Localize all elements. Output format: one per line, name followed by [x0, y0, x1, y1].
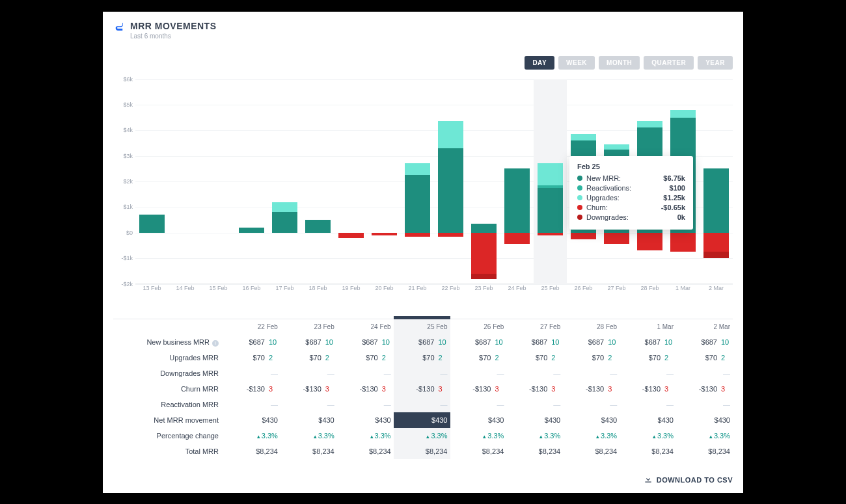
table-column-header: 25 Feb [394, 319, 450, 334]
tooltip-value: -$0.65k [661, 204, 685, 211]
table-cell: -$1303 [280, 381, 337, 397]
bar-column[interactable] [202, 79, 235, 284]
table-row-label: Upgrades MRR [113, 350, 224, 365]
time-range-day[interactable]: DAY [525, 56, 554, 70]
info-icon[interactable]: i [212, 340, 219, 347]
bar-segment-churn [338, 233, 364, 238]
tooltip-row: Downgrades:0k [577, 213, 685, 221]
table-row-label: Downgrades MRR [113, 365, 224, 381]
table-cell: — [224, 397, 280, 412]
table-cell: $8,234 [337, 444, 394, 459]
bar-column[interactable] [534, 79, 567, 284]
tooltip-label: Upgrades: [586, 194, 659, 202]
table-cell: $702 [676, 350, 733, 365]
table-column-header: 24 Feb [337, 319, 394, 334]
time-range-week[interactable]: WEEK [558, 56, 595, 70]
table-cell: $68710 [620, 334, 676, 350]
x-axis-label: 23 Feb [474, 285, 493, 291]
table-cell: $702 [506, 350, 563, 365]
bar-segment-new_mrr [538, 188, 563, 233]
table-row: Reactivation MRR————————— [113, 397, 733, 412]
bar-column[interactable] [401, 79, 434, 284]
tooltip-label: Churn: [586, 204, 657, 211]
bar-column[interactable] [169, 79, 202, 284]
table-cell: -$1303 [394, 381, 450, 397]
time-range-quarter[interactable]: QUARTER [644, 56, 694, 70]
table-cell: $68710 [394, 334, 450, 350]
tooltip-value: $100 [670, 184, 685, 192]
bar-column[interactable] [500, 79, 534, 284]
table-row-label: Percentage change [113, 428, 224, 444]
logo-icon [113, 21, 125, 33]
bar-column[interactable] [135, 79, 169, 284]
chart-x-axis: 13 Feb14 Feb15 Feb16 Feb17 Feb18 Feb19 F… [135, 285, 733, 298]
table-cell: $702 [450, 350, 507, 365]
table-cell: -$1303 [563, 381, 620, 397]
x-axis-label: 28 Feb [640, 285, 659, 291]
table-cell: $430 [506, 412, 563, 428]
bar-column[interactable] [268, 79, 301, 284]
table-cell: 3.3% [563, 428, 620, 444]
panel-header: MRR MOVEMENTS Last 6 months [113, 21, 733, 40]
y-axis-label: $2k [113, 178, 133, 185]
table-cell: $430 [394, 412, 450, 428]
bar-segment-upgrades [538, 163, 563, 185]
table-cell: $68710 [676, 334, 733, 350]
tooltip-title: Feb 25 [577, 163, 685, 170]
download-csv-button[interactable]: DOWNLOAD TO CSV [644, 475, 733, 485]
table-cell: $702 [280, 350, 337, 365]
bar-segment-new_mrr [471, 224, 497, 233]
bar-segment-churn [538, 233, 563, 235]
time-range-selector: DAYWEEKMONTHQUARTERYEAR [525, 56, 733, 70]
dashboard-panel: MRR MOVEMENTS Last 6 months DAYWEEKMONTH… [103, 12, 743, 493]
table-cell: $8,234 [280, 444, 337, 459]
table-cell: — [676, 365, 733, 381]
table-column-header: 1 Mar [620, 319, 676, 334]
bar-column[interactable] [334, 79, 368, 284]
table-row: Downgrades MRR————————— [113, 365, 733, 381]
bar-segment-churn [571, 233, 596, 239]
table-cell: — [450, 365, 507, 381]
table-cell: $8,234 [620, 444, 676, 459]
bar-segment-new_mrr [239, 228, 264, 233]
table-cell: — [337, 365, 394, 381]
table-cell: $702 [563, 350, 620, 365]
table-row: New business MRRi$68710$68710$68710$6871… [113, 334, 733, 350]
tooltip-label: Downgrades: [586, 213, 674, 221]
table-cell: $8,234 [450, 444, 507, 459]
table-cell: $68710 [280, 334, 337, 350]
chart-tooltip: Feb 25 New MRR:$6.75kReactivations:$100U… [569, 156, 693, 230]
tooltip-label: New MRR: [586, 174, 659, 182]
time-range-year[interactable]: YEAR [698, 56, 733, 70]
x-axis-label: 20 Feb [375, 285, 393, 291]
bar-column[interactable] [368, 79, 401, 284]
y-axis-label: $4k [113, 127, 133, 133]
table-cell: $702 [224, 350, 280, 365]
table-row-label: New business MRRi [113, 334, 224, 350]
download-label: DOWNLOAD TO CSV [657, 476, 733, 484]
table-cell: $702 [394, 350, 450, 365]
table-row: Churn MRR-$1303-$1303-$1303-$1303-$1303-… [113, 381, 733, 397]
bar-column[interactable] [301, 79, 334, 284]
bar-segment-churn [405, 233, 430, 237]
bar-column[interactable] [467, 79, 500, 284]
tooltip-value: 0k [677, 213, 685, 221]
table-cell: $8,234 [676, 444, 733, 459]
bar-segment-new_mrr [139, 215, 165, 233]
x-axis-label: 16 Feb [242, 285, 260, 291]
x-axis-label: 19 Feb [342, 285, 360, 291]
bar-column[interactable] [434, 79, 467, 284]
bar-column[interactable] [700, 79, 733, 284]
chart-area: -$2k-$1k$0$1k$2k$3k$4k$5k$6k 13 Feb14 Fe… [113, 79, 733, 298]
bar-segment-reactivations [538, 185, 563, 188]
table-cell: -$1303 [676, 381, 733, 397]
table-cell: — [620, 365, 676, 381]
table-cell: 3.3% [280, 428, 337, 444]
table-cell: $68710 [224, 334, 280, 350]
table-cell: $8,234 [506, 444, 563, 459]
y-axis-label: $3k [113, 153, 133, 159]
table-cell: — [280, 397, 337, 412]
time-range-month[interactable]: MONTH [599, 56, 640, 70]
bar-column[interactable] [235, 79, 268, 284]
table-cell: $430 [224, 412, 280, 428]
